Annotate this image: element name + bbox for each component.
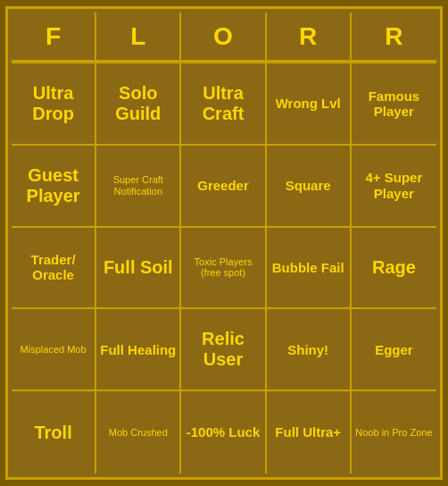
- header-letter: F: [12, 13, 96, 60]
- cell-text: Mob Crushed: [109, 427, 168, 439]
- bingo-cell-20: Troll: [12, 391, 96, 473]
- bingo-cell-1: Solo Guild: [96, 63, 181, 146]
- cell-text: -100% Luck: [187, 424, 261, 440]
- cell-text: Toxic Players (free spot): [185, 256, 261, 279]
- bingo-cell-23: Full Ultra+: [267, 391, 352, 473]
- header-letter: R: [267, 13, 352, 60]
- cell-text: Trader/ Oracle: [15, 252, 91, 283]
- bingo-cell-9: 4+ Super Player: [352, 146, 436, 228]
- bingo-header: FLORR: [12, 13, 436, 62]
- bingo-card: FLORR Ultra DropSolo GuildUltra CraftWro…: [5, 6, 443, 480]
- bingo-cell-11: Full Soil: [96, 228, 181, 310]
- header-letter: R: [352, 13, 436, 60]
- bingo-cell-19: Egger: [352, 309, 436, 391]
- bingo-cell-4: Famous Player: [352, 63, 436, 146]
- bingo-cell-10: Trader/ Oracle: [12, 228, 96, 310]
- bingo-cell-24: Noob in Pro Zone: [352, 391, 436, 473]
- bingo-cell-12: Toxic Players (free spot): [181, 228, 266, 310]
- bingo-cell-6: Super Craft Notification: [96, 146, 181, 228]
- bingo-cell-14: Rage: [352, 228, 436, 310]
- cell-text: Rage: [372, 257, 416, 278]
- cell-text: Troll: [34, 423, 71, 443]
- cell-text: Shiny!: [287, 342, 328, 357]
- cell-text: Full Soil: [104, 257, 173, 278]
- cell-text: Relic User: [185, 329, 261, 370]
- cell-text: Greeder: [197, 178, 249, 193]
- cell-text: Bubble Fail: [272, 260, 344, 275]
- cell-text: Ultra Craft: [185, 83, 261, 124]
- bingo-cell-21: Mob Crushed: [96, 391, 181, 473]
- bingo-cell-16: Full Healing: [96, 309, 181, 391]
- cell-text: Super Craft Notification: [100, 174, 176, 197]
- cell-text: Full Ultra+: [275, 424, 341, 440]
- bingo-grid: Ultra DropSolo GuildUltra CraftWrong Lvl…: [12, 62, 436, 473]
- bingo-cell-17: Relic User: [181, 309, 266, 391]
- cell-text: Guest Player: [15, 165, 91, 206]
- cell-text: Solo Guild: [100, 83, 176, 124]
- bingo-cell-3: Wrong Lvl: [267, 63, 352, 146]
- cell-text: Wrong Lvl: [276, 96, 341, 111]
- cell-text: Misplaced Mob: [21, 344, 87, 356]
- bingo-cell-0: Ultra Drop: [12, 63, 96, 146]
- cell-text: Square: [286, 178, 331, 193]
- bingo-cell-5: Guest Player: [12, 146, 96, 228]
- cell-text: Famous Player: [355, 88, 433, 120]
- bingo-cell-13: Bubble Fail: [267, 228, 352, 310]
- cell-text: Ultra Drop: [15, 83, 91, 124]
- header-letter: L: [96, 13, 181, 60]
- cell-text: Egger: [375, 342, 413, 357]
- bingo-cell-7: Greeder: [181, 146, 266, 228]
- bingo-cell-8: Square: [267, 146, 352, 228]
- bingo-cell-2: Ultra Craft: [181, 63, 266, 146]
- header-letter: O: [181, 13, 266, 60]
- bingo-cell-15: Misplaced Mob: [12, 309, 96, 391]
- bingo-cell-22: -100% Luck: [181, 391, 266, 473]
- cell-text: Full Healing: [100, 342, 176, 357]
- bingo-cell-18: Shiny!: [267, 309, 352, 391]
- cell-text: 4+ Super Player: [355, 170, 433, 201]
- cell-text: Noob in Pro Zone: [355, 427, 432, 439]
